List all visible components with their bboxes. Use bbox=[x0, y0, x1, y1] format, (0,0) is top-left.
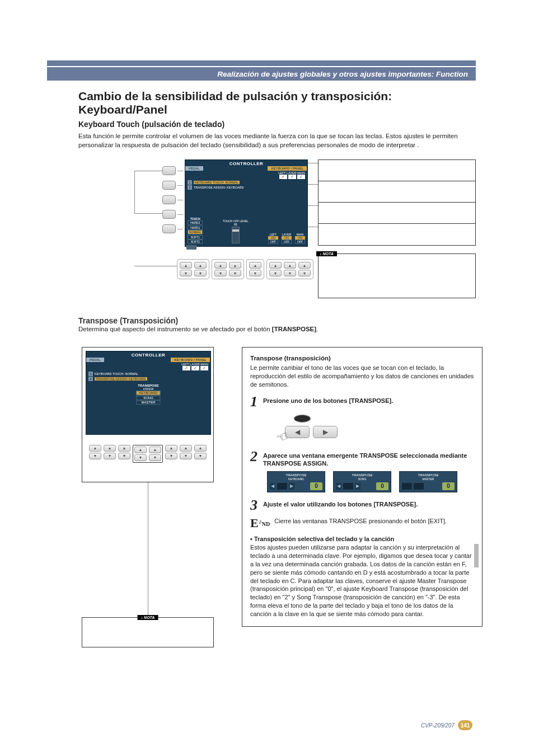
popup-song-icon bbox=[343, 483, 353, 490]
lcd-box: CONTROLLER PEDAL KEYBOARD / PANEL LEFT L… bbox=[82, 347, 214, 482]
panel-down-button[interactable]: ▼ bbox=[104, 453, 116, 459]
panel-button-grid-2: ▲▼ ▲▼ ▲▼ ▲▼ ▲▼ ▲▼ ▲▼ ▲▼ bbox=[89, 445, 207, 463]
panel-up-button[interactable]: ▲ bbox=[269, 262, 282, 269]
panel-down-button[interactable]: ▼ bbox=[118, 453, 130, 459]
transpose-opt[interactable]: MASTER bbox=[136, 400, 160, 405]
lcd-param-rows: 1 KEYBOARD TOUCH: NORMAL 2 TRANSPOSE ASS… bbox=[86, 371, 210, 382]
intro-paragraph: Esta función le permite controlar el vol… bbox=[78, 132, 476, 149]
lcd-tab-pedal[interactable]: PEDAL bbox=[185, 166, 203, 171]
panel-down-button[interactable]: ▼ bbox=[249, 270, 261, 276]
touch-opt[interactable]: HARD2 bbox=[188, 220, 203, 225]
popup-title: TRANSPOSE bbox=[400, 473, 457, 477]
panel-up-button[interactable]: ▲ bbox=[284, 262, 296, 269]
popup-title: TRANSPOSE bbox=[268, 473, 325, 477]
transpose-indicator-icon bbox=[294, 415, 311, 422]
panel-up-button[interactable]: ▲ bbox=[104, 445, 116, 452]
popup-keyboard-icon bbox=[277, 483, 287, 490]
popup-value: 0 bbox=[376, 482, 388, 490]
step-number: 1 bbox=[250, 395, 257, 409]
panel-down-button[interactable]: ▼ bbox=[149, 454, 161, 461]
leader-line bbox=[134, 171, 162, 171]
panel-up-button[interactable]: ▲ bbox=[194, 262, 207, 269]
nota-box: ♪NOTA bbox=[318, 253, 476, 298]
popup-sub: KEYBOARD bbox=[268, 477, 325, 481]
lcd-tab-pedal[interactable]: PEDAL bbox=[86, 358, 104, 362]
popup-sub: SONG bbox=[334, 477, 391, 481]
panel-up-button[interactable]: ▲ bbox=[165, 445, 177, 452]
panel-button-b[interactable] bbox=[162, 181, 176, 190]
panel-up-button[interactable]: ▲ bbox=[89, 445, 101, 452]
ribbon-stripe bbox=[47, 60, 476, 66]
touch-opt-selected[interactable]: NORMAL bbox=[188, 230, 203, 234]
panel-up-button[interactable]: ▲ bbox=[180, 445, 192, 452]
lcd-subheader-checks: LEFT LAYER MAIN bbox=[86, 362, 210, 366]
panel-down-button[interactable]: ▼ bbox=[180, 270, 192, 276]
callout-box bbox=[318, 159, 476, 246]
step-number: 2 bbox=[250, 449, 257, 468]
check-main: ✓ bbox=[200, 366, 208, 370]
panel-up-button[interactable]: ▲ bbox=[134, 447, 147, 453]
panel-down-button[interactable]: ▼ bbox=[165, 453, 177, 459]
lcd-tab-keyboard-panel[interactable]: KEYBOARD / PANEL bbox=[268, 166, 307, 171]
panel-down-button[interactable]: ▼ bbox=[229, 270, 241, 276]
panel-down-button[interactable]: ▼ bbox=[194, 453, 207, 459]
leader-line bbox=[308, 184, 318, 185]
panel-button-d[interactable] bbox=[162, 210, 176, 219]
panel-up-button[interactable]: ▲ bbox=[298, 262, 311, 269]
transpose-down-button[interactable]: ◀ bbox=[285, 426, 310, 438]
step-text: Presione uno de los botones [TRANSPOSE]. bbox=[263, 395, 393, 409]
popup-right-icon[interactable]: ▶ bbox=[289, 483, 294, 490]
panel-down-button[interactable]: ▼ bbox=[214, 270, 227, 276]
touchoff-slider[interactable] bbox=[232, 227, 240, 243]
touch-opt[interactable]: SOFT2 bbox=[188, 240, 203, 244]
transpose-opt-selected[interactable]: KEYBOARD bbox=[136, 391, 160, 395]
panel-up-button[interactable]: ▲ bbox=[249, 262, 261, 269]
lcd-row-2: 2 TRANSPOSE ASSIGN: KEYBOARD bbox=[188, 185, 305, 190]
panel-up-button[interactable]: ▲ bbox=[180, 262, 192, 269]
leader-line bbox=[134, 171, 135, 213]
toggle-off[interactable]: OFF bbox=[282, 240, 292, 244]
touch-opt[interactable]: SOFT1 bbox=[188, 235, 203, 240]
touch-opt[interactable]: HARD1 bbox=[188, 226, 203, 230]
panel-button-e[interactable] bbox=[162, 224, 176, 233]
panel-up-button[interactable]: ▲ bbox=[118, 445, 130, 452]
explain-heading: Transpose (transposición) bbox=[250, 354, 474, 363]
toggle-main: MAIN ON OFF bbox=[295, 233, 305, 244]
step-number: 3 bbox=[250, 498, 257, 513]
popup-left-icon[interactable]: ◀ bbox=[336, 483, 341, 490]
panel-button-a[interactable] bbox=[162, 166, 176, 175]
panel-down-button[interactable]: ▼ bbox=[284, 270, 296, 276]
panel-down-button[interactable]: ▼ bbox=[269, 270, 282, 276]
popup-right-icon[interactable]: ▶ bbox=[355, 483, 360, 490]
panel-down-button[interactable]: ▼ bbox=[180, 453, 192, 459]
lcd-tab-keyboard-panel[interactable]: KEYBOARD / PANEL bbox=[171, 358, 210, 362]
row-value: KEYBOARD TOUCH: NORMAL bbox=[95, 372, 138, 375]
panel-down-button[interactable]: ▼ bbox=[194, 270, 207, 276]
panel-up-button[interactable]: ▲ bbox=[149, 447, 161, 453]
end-text: Cierre las ventanas TRANSPOSE presionand… bbox=[274, 517, 447, 525]
panel-button-c[interactable] bbox=[162, 195, 176, 204]
explain-paragraph: Le permite cambiar el tono de las voces … bbox=[250, 364, 474, 389]
header-ribbon: Realización de ajustes globales y otros … bbox=[47, 60, 476, 81]
leader-line bbox=[308, 163, 318, 163]
toggle-off[interactable]: OFF bbox=[295, 240, 305, 244]
transpose-options: KEYBOARD SONG MASTER bbox=[136, 391, 160, 405]
popup-left-icon[interactable]: ◀ bbox=[270, 483, 275, 490]
transpose-popup-keyboard: TRANSPOSE KEYBOARD ◀ ▶ 0 bbox=[267, 471, 325, 492]
panel-button-grid: ▲▼ ▲▼ ▲▼ ▲▼ ▲▼ ▲▼ ▲▼ ▲▼ bbox=[177, 259, 313, 279]
lcd-lower-controls: TOUCH HARD2 HARD1 NORMAL SOFT1 SOFT2 TOU… bbox=[188, 217, 305, 245]
touch-label: TOUCH bbox=[188, 217, 203, 220]
panel-down-button[interactable]: ▼ bbox=[298, 270, 311, 276]
panel-down-button[interactable]: ▼ bbox=[134, 454, 147, 461]
transpose-opt[interactable]: SONG bbox=[136, 396, 160, 400]
page-content: Cambio de la sensibilidad de pulsación y… bbox=[78, 90, 476, 674]
toggle-off[interactable]: OFF bbox=[268, 240, 278, 244]
transpose-up-button[interactable]: ▶ bbox=[313, 426, 338, 438]
leader-line bbox=[308, 227, 318, 227]
panel-down-button[interactable]: ▼ bbox=[89, 453, 101, 459]
row-value: KEYBOARD TOUCH: NORMAL bbox=[194, 181, 240, 184]
panel-up-button[interactable]: ▲ bbox=[194, 445, 207, 452]
check-main: ✓ bbox=[297, 175, 305, 179]
panel-up-button[interactable]: ▲ bbox=[214, 262, 227, 269]
panel-up-button[interactable]: ▲ bbox=[229, 262, 241, 269]
